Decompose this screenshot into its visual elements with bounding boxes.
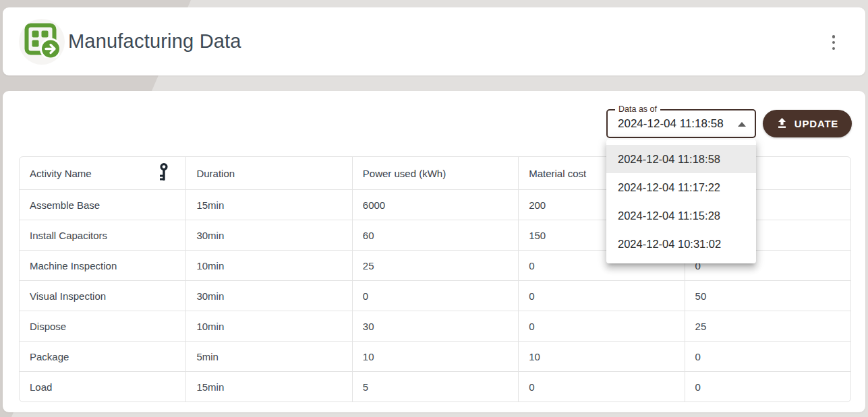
table-cell: 15min	[185, 371, 351, 402]
table-cell: 0	[352, 280, 518, 311]
column-header-label: Material cost	[529, 168, 586, 179]
table-cell: Visual Inspection	[20, 280, 185, 311]
column-header-label: Activity Name	[30, 168, 92, 179]
column-header[interactable]: Activity Name	[20, 157, 185, 189]
table-cell: Assemble Base	[20, 189, 185, 220]
app-icon-background	[19, 19, 65, 65]
table-cell: 10min	[185, 311, 351, 341]
table-cell: 0	[518, 311, 684, 341]
column-header[interactable]: Power used (kWh)	[352, 157, 518, 189]
dropdown-option[interactable]: 2024-12-04 11:15:28	[606, 201, 756, 230]
table-cell: 15min	[185, 189, 351, 220]
table-cell: Load	[20, 371, 185, 402]
page-title: Manufacturing Data	[68, 7, 241, 75]
update-button-label: UPDATE	[794, 118, 838, 129]
table-cell: 25	[685, 311, 850, 341]
dropdown-option[interactable]: 2024-12-04 11:18:58	[606, 145, 756, 173]
dropdown-option[interactable]: 2024-12-04 11:17:22	[606, 173, 756, 201]
column-header-label: Duration	[196, 168, 235, 179]
table-cell: 50	[685, 280, 850, 311]
column-header-label: Power used (kWh)	[363, 168, 446, 179]
table-cell: 25	[352, 250, 518, 280]
table-cell: 10	[518, 341, 684, 371]
table-cell: Install Capacitors	[20, 220, 185, 250]
table-cell: 5min	[185, 341, 351, 371]
table-cell: Package	[20, 341, 185, 371]
table-cell: Machine Inspection	[20, 250, 185, 280]
table-cell: 60	[352, 220, 518, 250]
table-cell: 0	[518, 371, 684, 402]
data-as-of-select[interactable]: Data as of 2024-12-04 11:18:58	[606, 109, 756, 138]
building-data-arrow-icon	[24, 23, 59, 61]
table-cell: 5	[352, 371, 518, 402]
table-cell: 10min	[185, 250, 351, 280]
upload-icon	[776, 117, 788, 131]
select-value: 2024-12-04 11:18:58	[618, 110, 724, 137]
table-cell: Dispose	[20, 311, 185, 341]
table-cell: 0	[685, 371, 850, 402]
table-cell: 10	[352, 341, 518, 371]
timestamp-dropdown: 2024-12-04 11:18:582024-12-04 11:17:2220…	[606, 139, 756, 263]
table-cell: 0	[518, 280, 684, 311]
column-header[interactable]: Duration	[185, 157, 351, 189]
table-cell: 6000	[352, 189, 518, 220]
key-icon	[158, 163, 169, 183]
kebab-menu-icon[interactable]	[827, 35, 840, 50]
dropdown-option[interactable]: 2024-12-04 10:31:02	[606, 230, 756, 258]
chevron-up-icon	[738, 122, 746, 127]
update-button[interactable]: UPDATE	[763, 110, 852, 137]
table-cell: 30	[352, 311, 518, 341]
header-card: Manufacturing Data	[3, 7, 865, 75]
table-cell: 30min	[185, 280, 351, 311]
table-cell: 30min	[185, 220, 351, 250]
table-cell: 0	[685, 341, 850, 371]
